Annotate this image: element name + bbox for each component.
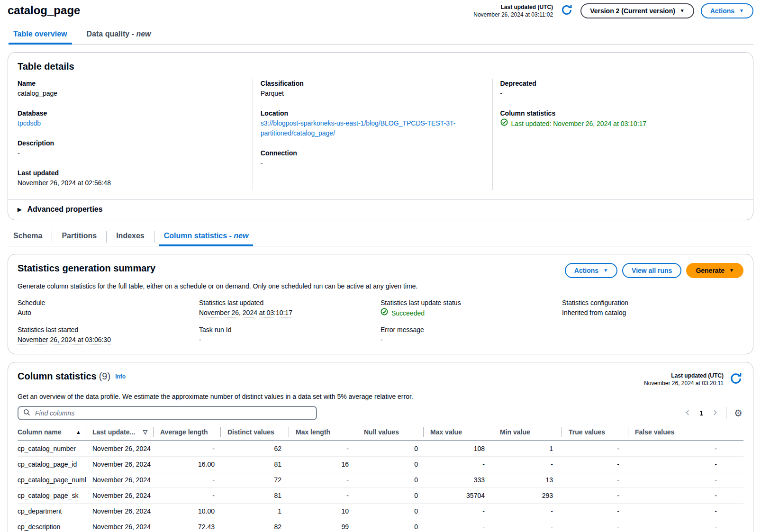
cell-column-name: cp_department bbox=[18, 504, 87, 519]
table-row: cp_department November 26, 2024 10.00 1 … bbox=[18, 504, 743, 519]
stats-summary-title: Statistics generation summary bbox=[18, 263, 155, 274]
cell-average-length: 72.43 bbox=[153, 519, 220, 532]
field-classification-value: Parquet bbox=[261, 89, 481, 99]
field-description-value: - bbox=[18, 148, 241, 158]
cell-last-updated: November 26, 2024 bbox=[87, 472, 153, 488]
cell-null-values: 0 bbox=[357, 488, 423, 504]
tab-data-quality[interactable]: Data quality - new bbox=[81, 26, 157, 44]
header-actions-button[interactable]: Actions ▼ bbox=[701, 3, 753, 18]
field-config: Statistics configuration Inherited from … bbox=[562, 298, 743, 318]
header-null-values[interactable]: Null values bbox=[357, 426, 423, 441]
cell-false-values: - bbox=[628, 488, 743, 504]
column-stats-last-updated-value: November 26, 2024 at 03:20:11 bbox=[644, 379, 724, 387]
cell-average-length: - bbox=[153, 472, 220, 488]
search-box bbox=[18, 406, 317, 420]
cell-distinct-values: 1 bbox=[220, 504, 289, 519]
stats-actions-button[interactable]: Actions ▼ bbox=[565, 263, 617, 278]
header-distinct-values-label: Distinct values bbox=[227, 428, 274, 436]
cell-max-value: 108 bbox=[423, 441, 493, 457]
search-icon bbox=[23, 409, 30, 417]
stats-summary-card: Statistics generation summary Actions ▼ … bbox=[8, 254, 753, 354]
generate-button[interactable]: Generate ▼ bbox=[686, 263, 743, 278]
field-deprecated-label: Deprecated bbox=[500, 79, 732, 89]
header-distinct-values[interactable]: Distinct values bbox=[220, 426, 289, 441]
tab-divider bbox=[154, 231, 154, 243]
cell-max-value: 333 bbox=[423, 472, 493, 488]
last-updated-block: Last updated (UTC) November 26, 2024 at … bbox=[473, 3, 553, 18]
cell-false-values: - bbox=[628, 457, 743, 472]
field-location-label: Location bbox=[261, 108, 481, 118]
info-link[interactable]: Info bbox=[115, 373, 126, 380]
tab-schema-label: Schema bbox=[13, 232, 42, 240]
header-min-value[interactable]: Min value bbox=[493, 426, 562, 441]
cell-max-length: 16 bbox=[289, 457, 357, 472]
pagination-divider bbox=[726, 407, 726, 419]
page-number[interactable]: 1 bbox=[698, 409, 704, 417]
field-last-started-label: Statistics last started bbox=[18, 325, 199, 334]
cell-null-values: 0 bbox=[357, 457, 423, 472]
page: catalog_page Last updated (UTC) November… bbox=[0, 0, 761, 532]
version-select-button[interactable]: Version 2 (Current version) ▼ bbox=[580, 3, 694, 18]
column-statistics-status-text: Last updated: November 26, 2024 at 03:10… bbox=[511, 119, 647, 129]
stats-summary-description: Generate column statistics for the full … bbox=[18, 281, 743, 291]
settings-button[interactable]: ⚙ bbox=[733, 407, 743, 419]
header-null-values-label: Null values bbox=[364, 428, 399, 436]
field-deprecated: Deprecated - bbox=[500, 79, 732, 99]
tab-divider bbox=[106, 231, 107, 243]
cell-column-name: cp_catalog_page_numl bbox=[18, 472, 87, 488]
cell-max-value: - bbox=[423, 519, 493, 532]
header-false-values-label: False values bbox=[635, 428, 674, 436]
field-error-value: - bbox=[380, 335, 562, 344]
generate-label: Generate bbox=[696, 267, 725, 274]
field-column-statistics-label: Column statistics bbox=[500, 108, 732, 118]
database-link[interactable]: tpcdsdb bbox=[18, 119, 41, 127]
cell-max-length: - bbox=[289, 441, 357, 457]
last-updated-value: November 26, 2024 at 03:11:02 bbox=[473, 11, 553, 18]
tab-partitions-label: Partitions bbox=[62, 232, 97, 240]
table-row: cp_description November 26, 2024 72.43 8… bbox=[18, 519, 743, 532]
cell-true-values: - bbox=[562, 472, 628, 488]
previous-page-button[interactable] bbox=[683, 408, 692, 418]
field-error: Error message - bbox=[380, 325, 562, 344]
header-false-values[interactable]: False values bbox=[628, 426, 743, 441]
tab-column-statistics[interactable]: Column statistics - new bbox=[158, 228, 254, 246]
tab-partitions[interactable]: Partitions bbox=[56, 228, 102, 246]
cell-min-value: - bbox=[493, 519, 562, 532]
next-page-button[interactable] bbox=[711, 408, 719, 418]
column-statistics-status: Last updated: November 26, 2024 at 03:10… bbox=[500, 118, 647, 129]
refresh-button[interactable] bbox=[728, 371, 743, 388]
header-true-values[interactable]: True values bbox=[562, 426, 628, 441]
tab-divider bbox=[77, 29, 77, 41]
field-status: Statistics last update status Succeeded bbox=[380, 298, 562, 318]
search-input[interactable] bbox=[34, 409, 311, 417]
header-max-value-label: Max value bbox=[430, 428, 462, 436]
header-last-updated[interactable]: Last update...▽ bbox=[87, 426, 153, 441]
location-link[interactable]: s3://blogpost-sparkoneks-us-east-1/blog/… bbox=[261, 118, 481, 138]
header-true-values-label: True values bbox=[569, 428, 605, 436]
advanced-properties-toggle[interactable]: ▶ Advanced properties bbox=[8, 199, 753, 220]
tab-indexes[interactable]: Indexes bbox=[110, 228, 150, 246]
cell-column-name: cp_catalog_page_id bbox=[18, 457, 87, 472]
header-max-length[interactable]: Max length bbox=[289, 426, 357, 441]
page-header: catalog_page Last updated (UTC) November… bbox=[8, 3, 753, 18]
header-max-value[interactable]: Max value bbox=[423, 426, 493, 441]
field-config-label: Statistics configuration bbox=[562, 298, 743, 307]
field-database: Database tpcdsdb bbox=[18, 108, 241, 128]
refresh-button[interactable] bbox=[560, 3, 574, 18]
header-column-name[interactable]: Column name▲ bbox=[18, 426, 87, 441]
tab-table-overview[interactable]: Table overview bbox=[8, 26, 73, 44]
header-average-length[interactable]: Average length bbox=[153, 426, 220, 441]
tab-schema[interactable]: Schema bbox=[8, 228, 48, 246]
sub-tabs: Schema Partitions Indexes Column statist… bbox=[8, 228, 753, 246]
view-all-runs-button[interactable]: View all runs bbox=[622, 263, 681, 278]
refresh-icon bbox=[729, 372, 743, 387]
column-stats-title-wrap: Column statistics (9) Info bbox=[18, 371, 126, 382]
field-task-run: Task run Id - bbox=[199, 325, 380, 344]
header-last-updated-label: Last update... bbox=[92, 428, 135, 436]
cell-true-values: - bbox=[562, 441, 628, 457]
cell-min-value: - bbox=[493, 504, 562, 519]
last-updated-label: Last updated (UTC) bbox=[473, 3, 553, 11]
table-row: cp_catalog_page_sk November 26, 2024 - 8… bbox=[18, 488, 743, 504]
field-schedule-label: Schedule bbox=[18, 298, 199, 307]
cell-false-values: - bbox=[628, 441, 743, 457]
